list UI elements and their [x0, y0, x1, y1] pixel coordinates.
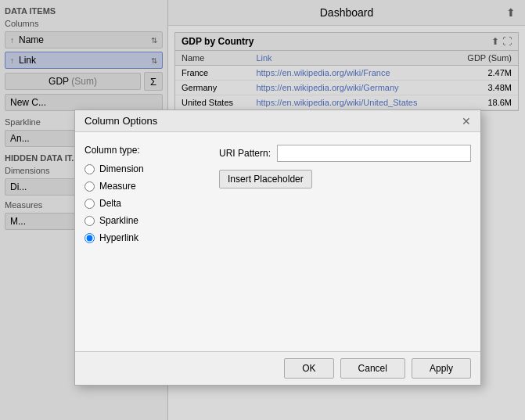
radio-dimension-input[interactable] — [85, 164, 95, 174]
modal-title: Column Options — [85, 115, 157, 127]
insert-placeholder-button[interactable]: Insert Placeholder — [219, 170, 312, 188]
uri-pattern-row: URI Pattern: — [219, 145, 471, 162]
radio-measure[interactable]: Measure — [85, 181, 200, 192]
modal-left: Column type: Dimension Measure Delta — [85, 145, 210, 339]
uri-pattern-label: URI Pattern: — [219, 148, 271, 159]
modal-dialog: Column Options ✕ Column type: Dimension … — [74, 109, 481, 386]
radio-sparkline[interactable]: Sparkline — [85, 215, 200, 226]
apply-button[interactable]: Apply — [412, 358, 471, 379]
modal-right: URI Pattern: Insert Placeholder — [210, 145, 471, 339]
col-type-label: Column type: — [85, 145, 200, 156]
radio-delta-label: Delta — [99, 198, 121, 209]
ok-button[interactable]: OK — [284, 358, 333, 379]
radio-dimension-label: Dimension — [99, 163, 144, 174]
radio-dimension[interactable]: Dimension — [85, 163, 200, 174]
radio-hyperlink-label: Hyperlink — [99, 232, 138, 243]
radio-delta[interactable]: Delta — [85, 198, 200, 209]
radio-sparkline-input[interactable] — [85, 216, 95, 226]
radio-hyperlink[interactable]: Hyperlink — [85, 232, 200, 243]
radio-delta-input[interactable] — [85, 199, 95, 209]
radio-sparkline-label: Sparkline — [99, 215, 138, 226]
modal-body: Column type: Dimension Measure Delta — [75, 132, 480, 351]
modal-close-button[interactable]: ✕ — [462, 116, 471, 127]
uri-pattern-input[interactable] — [277, 145, 471, 162]
modal-footer: OK Cancel Apply — [75, 351, 480, 385]
radio-group: Dimension Measure Delta Sparkline — [85, 163, 200, 243]
radio-measure-label: Measure — [99, 181, 136, 192]
modal-title-bar: Column Options ✕ — [75, 110, 480, 132]
radio-measure-input[interactable] — [85, 181, 95, 192]
radio-hyperlink-input[interactable] — [85, 233, 95, 243]
cancel-button[interactable]: Cancel — [340, 358, 405, 379]
main-window: DATA ITEMS Columns ↑ Name ⇅ ↑ Link ⇅ GDP… — [0, 0, 525, 420]
